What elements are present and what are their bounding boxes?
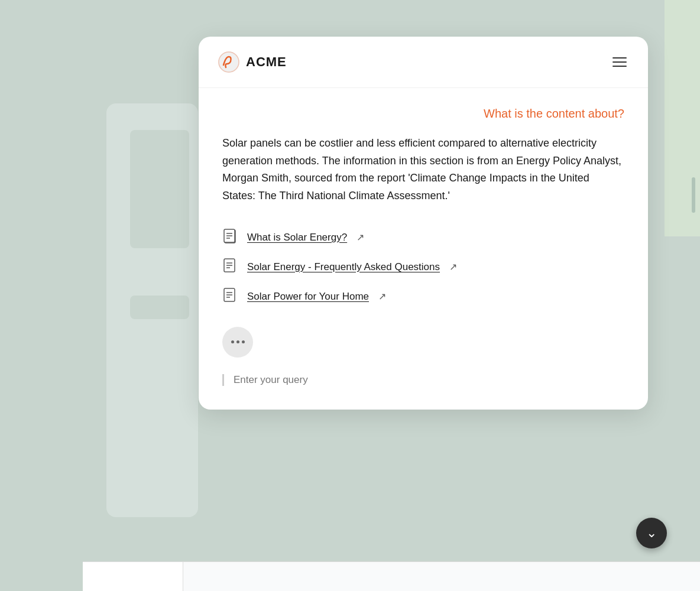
document-icon-3: [222, 288, 240, 306]
logo-area: ACME: [218, 51, 287, 73]
svg-point-0: [218, 51, 239, 73]
document-icon-2: [222, 258, 240, 276]
document-icon-1: [222, 229, 240, 246]
external-link-icon-1: ↗: [357, 232, 364, 243]
hamburger-line-2: [612, 61, 627, 63]
dot-1: [231, 340, 234, 343]
content-label: What is the content about?: [222, 107, 624, 121]
more-button[interactable]: [222, 327, 253, 358]
link-item-faq[interactable]: Solar Energy - Frequently Asked Question…: [222, 254, 624, 281]
link-text-faq: Solar Energy - Frequently Asked Question…: [247, 261, 440, 273]
hamburger-line-1: [612, 57, 627, 59]
link-item-solar-energy[interactable]: What is Solar Energy? ↗: [222, 224, 624, 251]
external-link-icon-2: ↗: [449, 261, 457, 272]
scroll-down-button[interactable]: ⌄: [636, 518, 667, 548]
logo-text: ACME: [246, 54, 287, 70]
hamburger-line-3: [612, 66, 627, 67]
links-list: What is Solar Energy? ↗ Solar Energy - F…: [222, 224, 624, 310]
background-panel-inner: [130, 130, 189, 248]
background-panel-bottom: [130, 296, 189, 319]
query-input[interactable]: [234, 374, 624, 386]
card-body: What is the content about? Solar panels …: [199, 88, 648, 410]
link-text-solar-home: Solar Power for Your Home: [247, 291, 369, 303]
external-link-icon-3: ↗: [378, 291, 386, 302]
link-text-solar-energy: What is Solar Energy?: [247, 232, 347, 243]
menu-button[interactable]: [610, 55, 629, 69]
dot-2: [236, 340, 239, 343]
query-input-area: [222, 374, 624, 386]
card-header: ACME: [199, 37, 648, 88]
dot-3: [242, 340, 245, 343]
bottom-strip-left: [83, 562, 183, 591]
acme-logo-icon: [218, 51, 240, 73]
link-item-solar-home[interactable]: Solar Power for Your Home ↗: [222, 283, 624, 310]
chevron-down-icon: ⌄: [646, 527, 657, 540]
description-text: Solar panels can be costlier and less ef…: [222, 135, 624, 205]
bottom-strip-right: [183, 562, 700, 591]
background-scrollbar: [692, 177, 695, 213]
main-card: ACME What is the content about? Solar pa…: [199, 37, 648, 410]
bottom-strip: [83, 561, 700, 591]
